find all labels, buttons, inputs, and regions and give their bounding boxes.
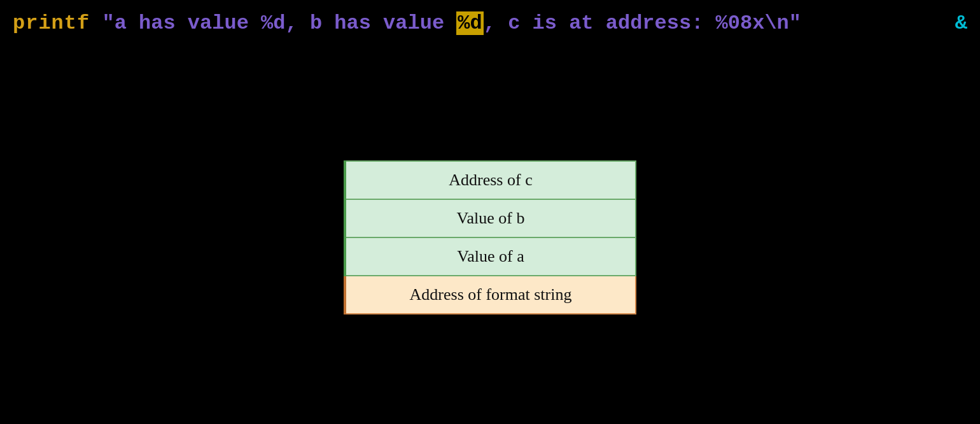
stack-table: Address of c Value of b Value of a Addre… [344,160,636,314]
stack-cell-format-string-address: Address of format string [345,276,636,314]
stack-cell-value-a: Value of a [345,237,636,276]
table-row: Value of b [345,199,636,237]
stack-diagram: Address of c Value of b Value of a Addre… [344,160,636,314]
stack-cell-value-b: Value of b [345,199,636,237]
ampersand-symbol: & [955,11,967,35]
code-line: printf "a has value %d, b has value %d, … [13,11,801,35]
printf-keyword: printf [13,11,90,35]
table-row: Address of format string [345,276,636,314]
string-part2: , c is at address: %08x\n" [484,11,801,35]
code-space [90,11,102,35]
string-part1: "a has value %d, b has value [102,11,456,35]
table-row: Value of a [345,237,636,276]
table-row: Address of c [345,161,636,199]
format-specifier-highlight: %d [456,11,483,35]
stack-cell-address-c: Address of c [345,161,636,199]
